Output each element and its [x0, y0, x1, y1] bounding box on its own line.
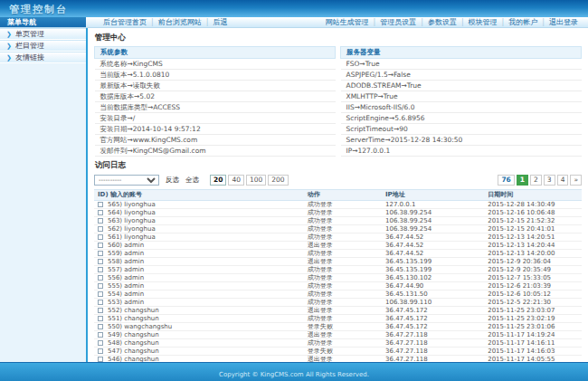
param-row: 当前数据库类型→ACCESS: [95, 102, 336, 113]
row-checkbox[interactable]: [98, 251, 103, 256]
log-account-cell: 549) changshun: [94, 331, 304, 339]
page-size-20-top[interactable]: 20: [210, 175, 226, 186]
log-datetime-cell: 2015-11-25 23:01:06: [484, 323, 582, 331]
log-row: 547) changshun登录失败36.47.27.1182015-11-17…: [94, 348, 582, 356]
menubar-link-left-2[interactable]: 后退: [213, 18, 227, 26]
menu-separator: |: [502, 18, 505, 26]
page-size-40-top[interactable]: 40: [228, 175, 244, 186]
menubar-link-right-0[interactable]: 网站生成管理: [325, 18, 368, 26]
row-checkbox[interactable]: [98, 259, 103, 264]
param-cell: 系统名称→KingCMS: [95, 59, 336, 70]
log-datetime-cell: 2015-11-17 14:16:11: [484, 339, 582, 348]
log-account-text: 549) changshun: [108, 331, 159, 338]
log-action-cell: 成功登录: [304, 225, 382, 233]
system-params-header: 系统参数: [95, 47, 336, 59]
row-checkbox[interactable]: [98, 316, 103, 321]
row-checkbox[interactable]: [98, 267, 103, 272]
log-account-text: 562) liyonghua: [108, 225, 156, 233]
sidebar-item-2[interactable]: ❯友情链接: [0, 52, 86, 63]
log-account-text: 557) admin: [108, 266, 144, 273]
log-account-text: 556) admin: [108, 274, 144, 281]
log-account-cell: 554) admin: [94, 291, 304, 299]
page-next-top[interactable]: »: [570, 175, 582, 186]
log-action-cell: 成功登录: [304, 266, 382, 274]
log-row: 559) admin成功登录36.47.44.522015-12-13 14:2…: [94, 250, 582, 258]
row-checkbox[interactable]: [98, 283, 103, 289]
log-account-cell: 558) admin: [94, 258, 304, 266]
log-ip-cell: 36.47.45.172: [382, 315, 484, 323]
param-row: 发邮件到→KingCMS@Gmail.com: [95, 146, 336, 157]
menubar-link-left-1[interactable]: 前台浏览网站: [158, 18, 202, 26]
row-checkbox[interactable]: [98, 324, 103, 329]
log-action-cell: 成功登录: [304, 217, 382, 225]
log-action-cell: 成功登录: [304, 209, 382, 217]
menu-separator: |: [373, 18, 375, 26]
invert-selection-link-top[interactable]: 反选: [166, 176, 179, 185]
log-account-cell: 548) changshun: [94, 339, 304, 348]
param-cell: 最新版本→读取失败: [95, 81, 336, 91]
menu-nav-label: 菜单导航: [0, 17, 86, 27]
page-1-top[interactable]: 1: [517, 175, 528, 186]
chevron-right-icon: ❯: [6, 31, 12, 38]
log-row: 556) admin成功登录36.45.130.1022015-12-7 15:…: [94, 274, 582, 282]
param-cell: ASPJPEG/1.5→False: [341, 70, 582, 81]
menubar-link-right-4[interactable]: 我的帐户: [508, 18, 537, 26]
sidebar-item-label: 友情链接: [15, 53, 44, 62]
page-2-top[interactable]: 2: [530, 175, 542, 186]
log-account-cell: 550) wangchangshu: [94, 323, 304, 331]
sidebar-item-1[interactable]: ❯栏目管理: [0, 40, 86, 52]
param-row: ScriptTimeout→90: [341, 124, 582, 135]
sidebar: ❯单页管理❯栏目管理❯友情链接: [0, 28, 86, 362]
page-4-top[interactable]: 4: [557, 175, 569, 186]
log-datetime-cell: 2015-12-13 14:20:00: [484, 250, 582, 258]
log-account-cell: 564) liyonghua: [94, 209, 304, 217]
row-checkbox[interactable]: [98, 340, 103, 346]
footer: Copyright © KingCMS.com All Rights Reser…: [0, 362, 588, 381]
page-size-200-top[interactable]: 200: [268, 175, 288, 186]
page-size-100-top[interactable]: 100: [246, 175, 266, 186]
log-col-header-0: ID) 输入的账号: [94, 190, 304, 201]
menubar-link-right-1[interactable]: 管理员设置: [380, 18, 416, 26]
app-header: 管理控制台: [0, 0, 588, 17]
row-checkbox[interactable]: [98, 210, 103, 215]
log-row: 550) wangchangshu登录失败36.47.45.1722015-11…: [94, 323, 582, 331]
row-checkbox[interactable]: [98, 234, 103, 240]
row-checkbox[interactable]: [98, 243, 103, 248]
row-checkbox[interactable]: [98, 275, 103, 281]
row-checkbox[interactable]: [98, 300, 103, 305]
log-ip-cell: 127.0.0.1: [382, 201, 484, 209]
row-checkbox[interactable]: [98, 291, 103, 297]
log-account-text: 552) changshun: [108, 307, 159, 314]
param-cell: IIS→Microsoft-IIS/6.0: [341, 102, 582, 113]
row-checkbox[interactable]: [98, 308, 103, 313]
row-checkbox[interactable]: [98, 218, 103, 224]
param-row: ServerTime→2015-12-28 14:30:50: [341, 135, 582, 146]
log-filter-select-top[interactable]: ----------: [94, 175, 159, 186]
menubar-link-right-2[interactable]: 参数设置: [428, 18, 457, 26]
server-vars-table: 服务器变量 FSO→TrueASPJPEG/1.5→FalseADODB.STR…: [340, 46, 582, 157]
param-row: 官方网站→www.KingCMS.com: [95, 135, 336, 146]
log-ip-cell: 36.47.44.52: [382, 233, 484, 242]
log-account-text: 555) admin: [108, 282, 144, 290]
row-checkbox[interactable]: [98, 348, 103, 354]
row-checkbox[interactable]: [98, 332, 103, 338]
log-row: 564) liyonghua成功登录106.38.99.2542015-12-1…: [94, 209, 582, 217]
page-3-top[interactable]: 3: [544, 175, 555, 186]
menubar-link-right-3[interactable]: 模块管理: [469, 18, 498, 26]
log-datetime-cell: 2015-12-28 14:30:49: [484, 201, 582, 209]
log-action-cell: 退出登录: [304, 356, 382, 363]
menubar-link-left-0[interactable]: 后台管理首页: [103, 18, 147, 26]
log-datetime-cell: 2015-12-13 14:20:51: [484, 233, 582, 242]
menu-separator: |: [151, 18, 154, 26]
menubar-link-right-5[interactable]: 退出登录: [549, 18, 578, 26]
param-row: 数据库版本→5.02: [95, 91, 336, 102]
menubar-left-links: 后台管理首页|前台浏览网站|后退: [100, 17, 230, 27]
param-row: 安装日期→2014-10-14 9:57:12: [95, 124, 336, 135]
param-cell: 当前版本→5.1.0.0810: [95, 70, 336, 81]
sidebar-item-0[interactable]: ❯单页管理: [0, 28, 86, 40]
page-total-top[interactable]: 76: [498, 175, 514, 186]
log-ip-cell: 36.47.27.118: [382, 348, 484, 356]
row-checkbox[interactable]: [98, 226, 103, 232]
row-checkbox[interactable]: [98, 202, 103, 207]
select-all-link-top[interactable]: 全选: [185, 176, 199, 185]
